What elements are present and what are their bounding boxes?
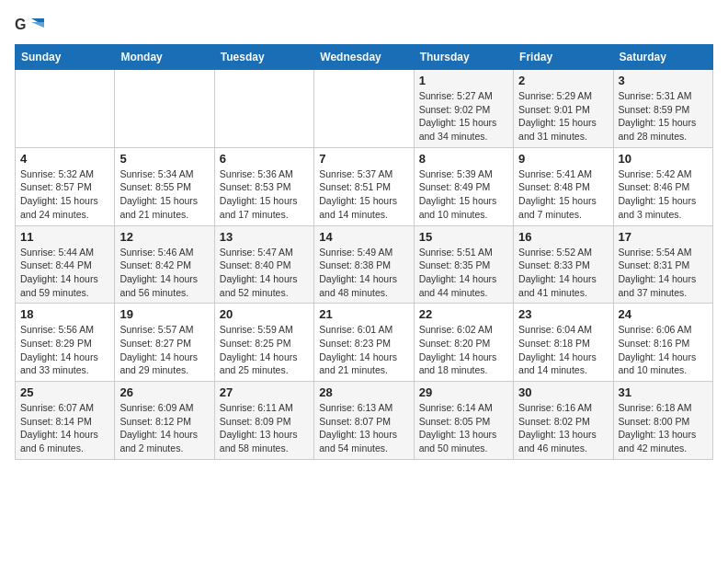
calendar-cell: 5Sunrise: 5:34 AM Sunset: 8:55 PM Daylig… bbox=[115, 147, 214, 225]
day-number: 16 bbox=[518, 230, 608, 244]
calendar-week-row: 1Sunrise: 5:27 AM Sunset: 9:02 PM Daylig… bbox=[16, 70, 713, 148]
calendar-cell: 12Sunrise: 5:46 AM Sunset: 8:42 PM Dayli… bbox=[115, 225, 214, 304]
day-number: 2 bbox=[518, 74, 608, 87]
calendar-header-thursday: Thursday bbox=[414, 45, 513, 70]
calendar-header-tuesday: Tuesday bbox=[214, 45, 313, 70]
page-header: G bbox=[15, 15, 713, 35]
calendar-cell: 30Sunrise: 6:16 AM Sunset: 8:02 PM Dayli… bbox=[514, 382, 613, 460]
day-info: Sunrise: 5:42 AM Sunset: 8:46 PM Dayligh… bbox=[619, 167, 708, 222]
calendar-cell: 21Sunrise: 6:01 AM Sunset: 8:23 PM Dayli… bbox=[314, 304, 414, 382]
day-info: Sunrise: 5:37 AM Sunset: 8:51 PM Dayligh… bbox=[319, 167, 408, 222]
calendar-cell: 2Sunrise: 5:29 AM Sunset: 9:01 PM Daylig… bbox=[514, 70, 613, 148]
day-number: 24 bbox=[619, 307, 708, 321]
calendar-cell: 19Sunrise: 5:57 AM Sunset: 8:27 PM Dayli… bbox=[115, 304, 214, 382]
calendar-cell: 14Sunrise: 5:49 AM Sunset: 8:38 PM Dayli… bbox=[314, 225, 414, 304]
calendar-week-row: 4Sunrise: 5:32 AM Sunset: 8:57 PM Daylig… bbox=[16, 147, 713, 225]
calendar-week-row: 18Sunrise: 5:56 AM Sunset: 8:29 PM Dayli… bbox=[16, 304, 713, 382]
day-number: 31 bbox=[619, 385, 708, 399]
calendar-cell: 3Sunrise: 5:31 AM Sunset: 8:59 PM Daylig… bbox=[613, 70, 712, 148]
calendar-cell: 29Sunrise: 6:14 AM Sunset: 8:05 PM Dayli… bbox=[414, 382, 513, 460]
calendar-cell: 28Sunrise: 6:13 AM Sunset: 8:07 PM Dayli… bbox=[314, 382, 414, 460]
calendar-cell: 10Sunrise: 5:42 AM Sunset: 8:46 PM Dayli… bbox=[613, 147, 712, 225]
day-info: Sunrise: 5:31 AM Sunset: 8:59 PM Dayligh… bbox=[619, 89, 708, 144]
day-info: Sunrise: 5:34 AM Sunset: 8:55 PM Dayligh… bbox=[119, 167, 209, 222]
calendar-header-row: SundayMondayTuesdayWednesdayThursdayFrid… bbox=[16, 45, 713, 70]
calendar-cell: 31Sunrise: 6:18 AM Sunset: 8:00 PM Dayli… bbox=[613, 382, 712, 460]
day-info: Sunrise: 6:14 AM Sunset: 8:05 PM Dayligh… bbox=[419, 401, 508, 455]
day-info: Sunrise: 6:16 AM Sunset: 8:02 PM Dayligh… bbox=[518, 401, 608, 455]
day-number: 4 bbox=[20, 152, 109, 166]
calendar-cell: 25Sunrise: 6:07 AM Sunset: 8:14 PM Dayli… bbox=[16, 382, 115, 460]
calendar-header-wednesday: Wednesday bbox=[314, 45, 414, 70]
calendar-cell bbox=[115, 70, 214, 148]
calendar-cell: 17Sunrise: 5:54 AM Sunset: 8:31 PM Dayli… bbox=[613, 225, 712, 304]
day-info: Sunrise: 5:32 AM Sunset: 8:57 PM Dayligh… bbox=[20, 167, 109, 222]
calendar-cell: 15Sunrise: 5:51 AM Sunset: 8:35 PM Dayli… bbox=[414, 225, 513, 304]
day-number: 11 bbox=[20, 230, 109, 244]
day-number: 14 bbox=[319, 230, 408, 244]
day-number: 1 bbox=[419, 74, 508, 87]
day-info: Sunrise: 5:52 AM Sunset: 8:33 PM Dayligh… bbox=[518, 246, 608, 300]
calendar-cell: 11Sunrise: 5:44 AM Sunset: 8:44 PM Dayli… bbox=[16, 225, 115, 304]
calendar-cell: 22Sunrise: 6:02 AM Sunset: 8:20 PM Dayli… bbox=[414, 304, 513, 382]
day-info: Sunrise: 6:11 AM Sunset: 8:09 PM Dayligh… bbox=[220, 401, 309, 455]
day-number: 10 bbox=[619, 152, 708, 166]
calendar-header-saturday: Saturday bbox=[613, 45, 712, 70]
day-info: Sunrise: 5:57 AM Sunset: 8:27 PM Dayligh… bbox=[119, 323, 209, 377]
day-info: Sunrise: 5:56 AM Sunset: 8:29 PM Dayligh… bbox=[20, 323, 109, 377]
day-number: 30 bbox=[518, 385, 608, 399]
day-number: 22 bbox=[419, 307, 508, 321]
calendar-header-sunday: Sunday bbox=[16, 45, 115, 70]
day-number: 26 bbox=[119, 385, 209, 399]
calendar-cell: 20Sunrise: 5:59 AM Sunset: 8:25 PM Dayli… bbox=[214, 304, 313, 382]
svg-text:G: G bbox=[15, 17, 26, 32]
logo-icon: G bbox=[15, 15, 44, 35]
logo: G bbox=[15, 15, 46, 35]
day-number: 23 bbox=[518, 307, 608, 321]
day-number: 19 bbox=[119, 307, 209, 321]
day-number: 8 bbox=[419, 152, 508, 166]
calendar-table: SundayMondayTuesdayWednesdayThursdayFrid… bbox=[15, 44, 713, 460]
calendar-header-friday: Friday bbox=[514, 45, 613, 70]
day-number: 29 bbox=[419, 385, 508, 399]
calendar-cell: 6Sunrise: 5:36 AM Sunset: 8:53 PM Daylig… bbox=[214, 147, 313, 225]
calendar-cell bbox=[214, 70, 313, 148]
day-number: 18 bbox=[20, 307, 109, 321]
day-number: 12 bbox=[119, 230, 209, 244]
day-number: 20 bbox=[220, 307, 309, 321]
day-info: Sunrise: 5:41 AM Sunset: 8:48 PM Dayligh… bbox=[518, 167, 608, 222]
day-info: Sunrise: 6:07 AM Sunset: 8:14 PM Dayligh… bbox=[20, 401, 109, 455]
day-info: Sunrise: 5:44 AM Sunset: 8:44 PM Dayligh… bbox=[20, 246, 109, 300]
day-info: Sunrise: 5:39 AM Sunset: 8:49 PM Dayligh… bbox=[419, 167, 508, 222]
day-info: Sunrise: 5:27 AM Sunset: 9:02 PM Dayligh… bbox=[419, 89, 508, 144]
day-info: Sunrise: 5:51 AM Sunset: 8:35 PM Dayligh… bbox=[419, 246, 508, 300]
day-number: 27 bbox=[220, 385, 309, 399]
calendar-cell: 24Sunrise: 6:06 AM Sunset: 8:16 PM Dayli… bbox=[613, 304, 712, 382]
day-info: Sunrise: 5:47 AM Sunset: 8:40 PM Dayligh… bbox=[220, 246, 309, 300]
calendar-cell: 4Sunrise: 5:32 AM Sunset: 8:57 PM Daylig… bbox=[16, 147, 115, 225]
calendar-cell: 13Sunrise: 5:47 AM Sunset: 8:40 PM Dayli… bbox=[214, 225, 313, 304]
day-info: Sunrise: 5:54 AM Sunset: 8:31 PM Dayligh… bbox=[619, 246, 708, 300]
day-info: Sunrise: 5:49 AM Sunset: 8:38 PM Dayligh… bbox=[319, 246, 408, 300]
day-number: 6 bbox=[220, 152, 309, 166]
day-number: 3 bbox=[619, 74, 708, 87]
day-info: Sunrise: 6:01 AM Sunset: 8:23 PM Dayligh… bbox=[319, 323, 408, 377]
calendar-cell: 23Sunrise: 6:04 AM Sunset: 8:18 PM Dayli… bbox=[514, 304, 613, 382]
day-info: Sunrise: 6:18 AM Sunset: 8:00 PM Dayligh… bbox=[619, 401, 708, 455]
day-info: Sunrise: 6:06 AM Sunset: 8:16 PM Dayligh… bbox=[619, 323, 708, 377]
calendar-cell: 7Sunrise: 5:37 AM Sunset: 8:51 PM Daylig… bbox=[314, 147, 414, 225]
day-number: 21 bbox=[319, 307, 408, 321]
day-info: Sunrise: 6:02 AM Sunset: 8:20 PM Dayligh… bbox=[419, 323, 508, 377]
day-number: 28 bbox=[319, 385, 408, 399]
day-number: 13 bbox=[220, 230, 309, 244]
calendar-cell: 8Sunrise: 5:39 AM Sunset: 8:49 PM Daylig… bbox=[414, 147, 513, 225]
day-info: Sunrise: 5:36 AM Sunset: 8:53 PM Dayligh… bbox=[220, 167, 309, 222]
day-info: Sunrise: 6:04 AM Sunset: 8:18 PM Dayligh… bbox=[518, 323, 608, 377]
calendar-cell bbox=[314, 70, 414, 148]
calendar-header-monday: Monday bbox=[115, 45, 214, 70]
day-number: 5 bbox=[119, 152, 209, 166]
calendar-cell: 18Sunrise: 5:56 AM Sunset: 8:29 PM Dayli… bbox=[16, 304, 115, 382]
day-number: 25 bbox=[20, 385, 109, 399]
calendar-cell: 9Sunrise: 5:41 AM Sunset: 8:48 PM Daylig… bbox=[514, 147, 613, 225]
calendar-cell bbox=[16, 70, 115, 148]
